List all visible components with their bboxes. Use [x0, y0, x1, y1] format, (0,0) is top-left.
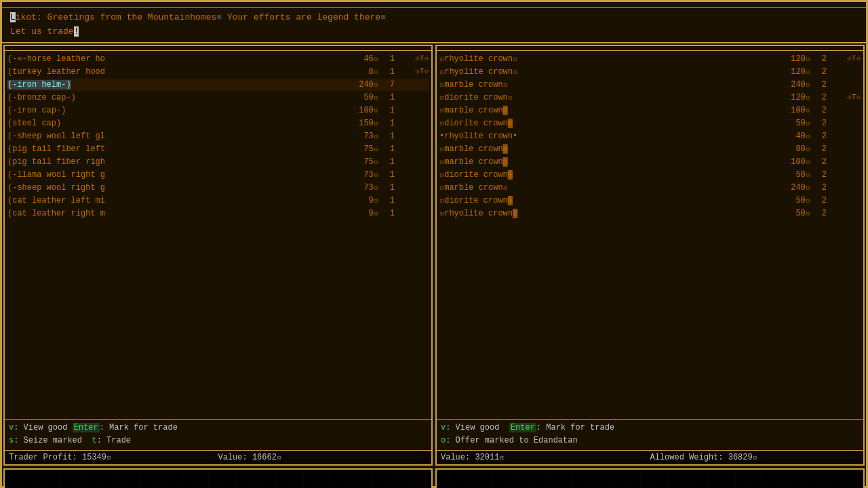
message-line1: Likot: Greetings from the Mountainhomes■…	[10, 11, 858, 25]
item-value: 100☼	[344, 104, 378, 117]
right-panel-items[interactable]: ☼rhyolite crown☼ 120☼ 2 ☼T☼ ☼rhyolite cr…	[437, 51, 863, 420]
item-name: (-sheep wool left gl	[7, 130, 344, 142]
item-value: 75☼	[344, 143, 378, 155]
item-value: 100☼	[776, 104, 810, 117]
right-item-4[interactable]: ☼marble crown▓ 100☼ 2	[439, 104, 861, 117]
item-qty: 1	[381, 92, 395, 104]
item-value: 50☼	[776, 117, 810, 129]
item-name: (-sheep wool right g	[7, 182, 344, 194]
item-value: 9☼	[344, 207, 378, 220]
right-item-0[interactable]: ☼rhyolite crown☼ 120☼ 2 ☼T☼	[439, 53, 861, 65]
item-qty: 2	[813, 92, 827, 104]
left-item-12[interactable]: (cat leather right m 9☼ 1	[7, 207, 429, 220]
item-value: 50☼	[344, 92, 378, 104]
right-item-10[interactable]: ☼marble crown☼ 240☼ 2	[439, 182, 861, 194]
right-item-3[interactable]: ☼diorite crown☼ 120☼ 2 ☼T☼	[439, 92, 861, 104]
item-qty: 1	[381, 130, 395, 142]
right-item-12[interactable]: ☼rhyolite crown▓ 50☼ 2	[439, 207, 861, 220]
item-value: 240☼	[344, 79, 378, 91]
item-value: 40☼	[776, 130, 810, 142]
item-value: 50☼	[776, 169, 810, 181]
item-value: 46☼	[344, 53, 378, 65]
item-name: (-iron helm-)	[7, 79, 344, 91]
item-qty: 7	[381, 79, 395, 91]
item-name: ☼diorite crown▓	[439, 195, 776, 207]
item-qty: 1	[381, 53, 395, 65]
left-value: Value: 16662☼	[218, 453, 428, 462]
right-item-8[interactable]: ☼marble crown▓ 100☼ 2	[439, 156, 861, 168]
item-qty: 1	[381, 156, 395, 168]
item-value: 240☼	[776, 79, 810, 91]
left-item-6[interactable]: (-sheep wool left gl 73☼ 1	[7, 130, 429, 142]
item-name: ☼diorite crown▓	[439, 117, 776, 129]
item-name: (-«-horse leather ho	[7, 53, 344, 65]
item-name: ☼diorite crown▓	[439, 169, 776, 181]
item-name: ☼rhyolite crown☼	[439, 53, 776, 65]
right-item-9[interactable]: ☼diorite crown▓ 50☼ 2	[439, 169, 861, 181]
item-qty: 2	[813, 143, 827, 155]
item-qty: 2	[813, 53, 827, 65]
left-panel-header	[5, 46, 431, 51]
right-panel-header	[437, 46, 863, 51]
item-name: •rhyolite crown•	[439, 130, 776, 142]
item-name: ☼marble crown▓	[439, 156, 776, 168]
right-panel: ☼rhyolite crown☼ 120☼ 2 ☼T☼ ☼rhyolite cr…	[435, 45, 865, 466]
item-icons: ☼T☼	[827, 92, 861, 103]
item-value: 120☼	[776, 53, 810, 65]
item-value: 73☼	[344, 130, 378, 142]
item-value: 50☼	[776, 207, 810, 220]
item-qty: 2	[813, 195, 827, 207]
right-item-6[interactable]: •rhyolite crown• 40☼ 2	[439, 130, 861, 142]
item-qty: 2	[813, 104, 827, 117]
item-name: (steel cap)	[7, 117, 344, 129]
left-item-0[interactable]: (-«-horse leather ho 46☼ 1 ☼T☼	[7, 53, 429, 65]
item-qty: 1	[381, 143, 395, 155]
right-item-2[interactable]: ☼marble crown☼ 240☼ 2	[439, 79, 861, 91]
item-qty: 1	[381, 104, 395, 117]
item-value: 120☼	[776, 66, 810, 78]
item-qty: 1	[381, 182, 395, 194]
right-item-1[interactable]: ☼rhyolite crown☼ 120☼ 2	[439, 66, 861, 78]
item-name: (cat leather left mi	[7, 195, 344, 207]
left-item-8[interactable]: (pig tail fiber righ 75☼ 1	[7, 156, 429, 168]
right-item-11[interactable]: ☼diorite crown▓ 50☼ 2	[439, 195, 861, 207]
right-item-7[interactable]: ☼marble crown▓ 80☼ 2	[439, 143, 861, 155]
item-name: ☼marble crown☼	[439, 182, 776, 194]
item-name: (turkey leather hood	[7, 66, 344, 78]
left-item-5[interactable]: (steel cap) 150☼ 1	[7, 117, 429, 129]
item-qty: 2	[813, 66, 827, 78]
left-panel-controls: v: View good Enter: Mark for trade s: Se…	[5, 419, 431, 449]
left-item-4[interactable]: (-iron cap-) 100☼ 1	[7, 104, 429, 117]
item-icons: ☼T☼	[827, 53, 861, 64]
allowed-weight: Allowed Weight: 36829☼	[650, 453, 860, 462]
item-qty: 2	[813, 79, 827, 91]
left-item-10[interactable]: (-sheep wool right g 73☼ 1	[7, 182, 429, 194]
left-item-11[interactable]: (cat leather left mi 9☼ 1	[7, 195, 429, 207]
left-item-9[interactable]: (-llama wool right g 73☼ 1	[7, 169, 429, 181]
item-value: 100☼	[776, 156, 810, 168]
message-line2: Let us trade!	[10, 25, 858, 39]
item-name: (pig tail fiber righ	[7, 156, 344, 168]
item-value: 9☼	[344, 195, 378, 207]
left-item-7[interactable]: (pig tail fiber left 75☼ 1	[7, 143, 429, 155]
left-panel-items[interactable]: (-«-horse leather ho 46☼ 1 ☼T☼ (turkey l…	[5, 51, 431, 420]
left-item-1[interactable]: (turkey leather hood 8☼ 1 ☼T☼	[7, 66, 429, 78]
item-value: 73☼	[344, 169, 378, 181]
right-item-5[interactable]: ☼diorite crown▓ 50☼ 2	[439, 117, 861, 129]
left-panel-status: Trader Profit: 15349☼ Value: 16662☼	[5, 450, 431, 464]
item-qty: 2	[813, 130, 827, 142]
item-name: ☼rhyolite crown☼	[439, 66, 776, 78]
item-name: (-iron cap-)	[7, 104, 344, 117]
item-qty: 1	[381, 207, 395, 220]
item-qty: 1	[381, 117, 395, 129]
item-value: 240☼	[776, 182, 810, 194]
item-name: (pig tail fiber left	[7, 143, 344, 155]
trader-profit: Trader Profit: 15349☼	[9, 453, 218, 462]
left-item-3[interactable]: (-bronze cap-) 50☼ 1	[7, 92, 429, 104]
item-name: ☼diorite crown☼	[439, 92, 776, 104]
item-name: (-llama wool right g	[7, 169, 344, 181]
item-name: (cat leather right m	[7, 207, 344, 220]
item-icons: ☼T☼	[395, 66, 429, 77]
left-item-2[interactable]: (-iron helm-) 240☼ 7	[7, 79, 429, 91]
item-qty: 2	[813, 207, 827, 220]
